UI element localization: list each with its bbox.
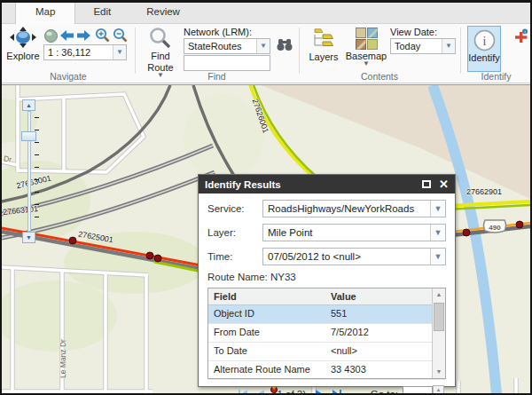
tab-review[interactable]: Review bbox=[129, 3, 198, 24]
arrow-right-icon[interactable] bbox=[77, 30, 90, 41]
page-indicator: (1 of 2) bbox=[274, 389, 306, 394]
goto-spinner[interactable]: ▲ ▼ bbox=[433, 385, 444, 393]
table-scrollbar[interactable]: ▲ ▼ bbox=[432, 288, 445, 378]
spinner-up-icon[interactable]: ▲ bbox=[434, 386, 443, 393]
dialog-title: Identify Results bbox=[205, 179, 422, 190]
route-input[interactable] bbox=[184, 55, 270, 71]
scroll-down-icon[interactable]: ▼ bbox=[433, 366, 445, 378]
ribbon-tab-bar: Map Edit Review bbox=[2, 3, 530, 24]
service-label: Service: bbox=[207, 203, 262, 214]
basemap-icon bbox=[356, 28, 378, 50]
value-column-header: Value bbox=[325, 288, 445, 304]
zoom-out-icon[interactable] bbox=[113, 28, 128, 43]
svg-text:i: i bbox=[524, 29, 525, 35]
view-date-combo[interactable]: Today ▼ bbox=[390, 38, 456, 54]
group-divider bbox=[460, 28, 461, 74]
table-row[interactable]: To Date <null> bbox=[208, 343, 445, 361]
chevron-down-icon: ▼ bbox=[363, 61, 370, 67]
first-page-button[interactable] bbox=[238, 389, 248, 394]
network-lrm-combo[interactable]: StateRoutes ▼ bbox=[184, 38, 270, 54]
goto-label: Go to: bbox=[371, 389, 398, 394]
shield-label: 490 bbox=[489, 224, 501, 232]
dialog-title-bar[interactable]: Identify Results ✕ bbox=[199, 175, 455, 194]
group-label-contents: Contents bbox=[299, 71, 460, 82]
group-divider bbox=[299, 28, 300, 74]
chevron-down-icon[interactable]: ▼ bbox=[442, 39, 455, 53]
zoom-slider-down-button[interactable]: ▼ bbox=[22, 232, 35, 243]
dialog-body: Service: RoadsHighways/NewYorkRoads ▼ La… bbox=[199, 194, 455, 393]
svg-text:i: i bbox=[482, 35, 486, 48]
zoom-slider-track[interactable] bbox=[27, 111, 31, 232]
explore-button[interactable]: Explore bbox=[4, 27, 42, 61]
view-date-label: View Date: bbox=[390, 27, 437, 37]
street-label: Dr bbox=[3, 154, 12, 163]
layers-button[interactable]: Layers bbox=[308, 28, 340, 62]
layer-combo[interactable]: Mile Point ▼ bbox=[262, 224, 446, 241]
zoom-slider-handle[interactable] bbox=[21, 131, 36, 141]
chevron-down-icon[interactable]: ▼ bbox=[430, 225, 445, 241]
binoculars-icon[interactable] bbox=[277, 38, 293, 51]
group-label-identify: Identify bbox=[460, 71, 532, 82]
identify-results-dialog: Identify Results ✕ Service: RoadsHighway… bbox=[198, 174, 456, 387]
pan-sphere-icon bbox=[9, 27, 37, 50]
maximize-icon[interactable] bbox=[422, 180, 431, 188]
street-label: Le Manz Dr bbox=[59, 339, 67, 378]
tab-map[interactable]: Map bbox=[15, 3, 75, 24]
map-scale-combo[interactable]: 1 : 36,112 ▼ bbox=[43, 44, 127, 60]
table-row[interactable]: Object ID 551 bbox=[208, 305, 445, 324]
previous-page-button[interactable] bbox=[255, 389, 265, 394]
group-label-navigate: Navigate bbox=[2, 71, 135, 82]
time-combo[interactable]: 07/05/2012 to <null> ▼ bbox=[262, 248, 446, 265]
arrow-left-icon[interactable] bbox=[60, 30, 74, 41]
route-name-label: Route Name: bbox=[207, 272, 268, 282]
zoom-in-icon[interactable] bbox=[95, 28, 110, 43]
field-column-header: Field bbox=[208, 288, 325, 304]
application-window: Map Edit Review Explore bbox=[0, 0, 532, 395]
group-label-find: Find bbox=[135, 71, 299, 82]
route-label: 27662901 bbox=[466, 187, 502, 196]
close-icon[interactable]: ✕ bbox=[439, 178, 449, 190]
map-zoom-slider[interactable]: ▲ ▼ bbox=[21, 99, 37, 243]
basemap-button[interactable]: Basemap ▼ bbox=[346, 28, 387, 67]
zoom-slider-up-button[interactable]: ▲ bbox=[22, 99, 35, 111]
group-divider bbox=[135, 28, 136, 74]
scrollbar-thumb[interactable] bbox=[434, 303, 444, 331]
next-page-button[interactable] bbox=[315, 389, 325, 394]
layer-label: Layer: bbox=[207, 227, 262, 238]
chevron-down-icon[interactable]: ▼ bbox=[430, 249, 445, 265]
table-row[interactable]: From Date 7/5/2012 bbox=[208, 324, 445, 343]
results-table: Field Value Object ID 551 From Date 7/5/… bbox=[207, 288, 446, 379]
service-combo[interactable]: RoadsHighways/NewYorkRoads ▼ bbox=[262, 200, 446, 217]
map-view[interactable]: 490 27663001 27663101 27625001 27626001 … bbox=[2, 84, 530, 393]
ribbon: Explore bbox=[2, 24, 530, 83]
chevron-down-icon[interactable]: ▼ bbox=[113, 45, 126, 59]
pagination-bar: (1 of 2) Go to: ▲ ▼ bbox=[207, 385, 446, 393]
goto-page-input[interactable] bbox=[403, 386, 433, 394]
globe-icon[interactable] bbox=[44, 29, 58, 43]
chevron-down-icon[interactable]: ▼ bbox=[256, 39, 270, 53]
time-label: Time: bbox=[207, 251, 262, 262]
chevron-down-icon[interactable]: ▼ bbox=[430, 201, 445, 217]
layers-icon bbox=[311, 28, 336, 51]
table-row[interactable]: Alternate Route Name 33 4303 bbox=[208, 361, 445, 380]
table-header: Field Value bbox=[208, 288, 445, 305]
route-name-value: NY33 bbox=[270, 272, 296, 282]
identify-button[interactable]: i Identify bbox=[467, 26, 501, 72]
network-lrm-label: Network (LRM): bbox=[184, 27, 252, 37]
magnifier-icon bbox=[149, 27, 172, 50]
add-info-icon[interactable]: i bbox=[513, 28, 528, 43]
scroll-up-icon[interactable]: ▲ bbox=[433, 288, 445, 301]
info-circle-icon: i bbox=[473, 29, 496, 51]
tab-edit[interactable]: Edit bbox=[75, 3, 129, 24]
last-page-button[interactable] bbox=[332, 389, 342, 394]
